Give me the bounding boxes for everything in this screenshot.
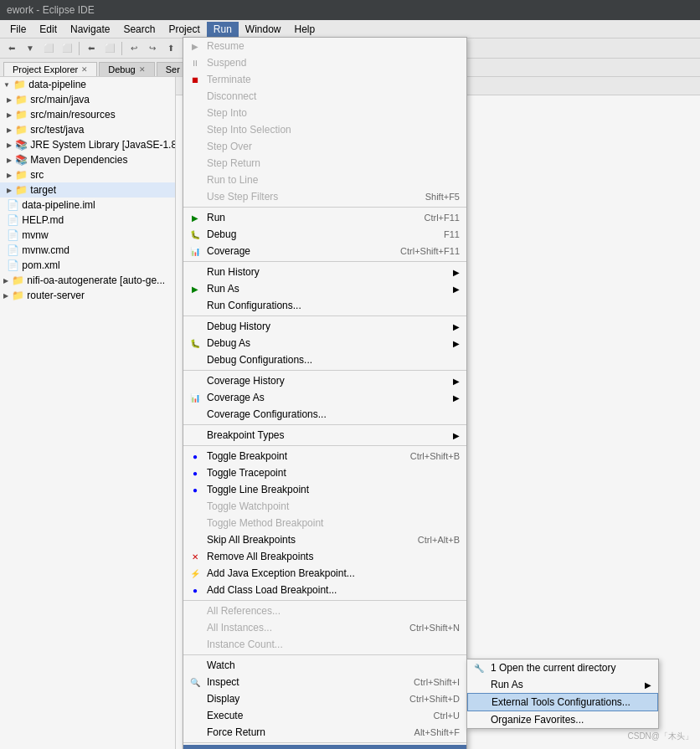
tab-debug-close-icon[interactable]: ✕ <box>139 65 146 74</box>
menu-item-debug-configurations[interactable]: Debug Configurations... <box>183 351 466 368</box>
tree-item-help[interactable]: 📄 HELP.md <box>0 213 175 228</box>
menu-item-run-configurations[interactable]: Run Configurations... <box>183 297 466 314</box>
toolbar-btn-6[interactable]: ⬜ <box>101 40 118 57</box>
tree-item-src-main-resources[interactable]: ▶ 📁 src/main/resources <box>0 107 175 122</box>
menu-item-step-return[interactable]: Step Return <box>183 155 466 172</box>
menu-item-remove-all-bp[interactable]: ✕ Remove All Breakpoints <box>183 548 466 565</box>
tab-close-icon[interactable]: ✕ <box>81 65 88 74</box>
menu-item-add-java-exception-bp[interactable]: ⚡ Add Java Exception Breakpoint... <box>183 565 466 582</box>
menu-item-instance-count[interactable]: Instance Count... <box>183 636 466 653</box>
menu-project[interactable]: Project <box>162 22 206 37</box>
menu-item-execute[interactable]: Execute Ctrl+U <box>183 707 466 724</box>
tree-item-label: 📚 JRE System Library [JavaSE-1.8 <box>15 139 176 151</box>
tree-item-label: 📁 target <box>15 184 56 196</box>
tree-item-mvnw[interactable]: 📄 mvnw <box>0 228 175 243</box>
menu-item-run[interactable]: ▶ Run Ctrl+F11 <box>183 209 466 226</box>
menu-item-coverage-configurations[interactable]: Coverage Configurations... <box>183 406 466 423</box>
external-tools-submenu[interactable]: 🔧 1 Open the current directory Run As ▶ … <box>466 659 659 729</box>
menu-file[interactable]: File <box>3 22 33 37</box>
tree-item-pom[interactable]: 📄 pom.xml <box>0 258 175 273</box>
menu-item-step-into-selection[interactable]: Step Into Selection <box>183 121 466 138</box>
submenu-item-open-current-dir[interactable]: 🔧 1 Open the current directory <box>467 659 658 676</box>
submenu-item-run-as[interactable]: Run As ▶ <box>467 676 658 693</box>
menu-item-run-to-line[interactable]: Run to Line <box>183 172 466 188</box>
menu-sep-8 <box>183 654 466 655</box>
menu-item-disconnect[interactable]: Disconnect <box>183 88 466 105</box>
menu-item-toggle-method-bp[interactable]: Toggle Method Breakpoint <box>183 515 466 531</box>
toolbar-btn-7[interactable]: ↩ <box>126 40 142 57</box>
tree-item-target[interactable]: ▶ 📁 target <box>0 182 175 198</box>
menu-item-all-instances[interactable]: All Instances... Ctrl+Shift+N <box>183 619 466 636</box>
menu-edit[interactable]: Edit <box>33 22 64 37</box>
debug-configs-icon <box>188 353 202 367</box>
tree-expand-icon: ▶ <box>7 111 12 119</box>
menu-navigate[interactable]: Navigate <box>64 22 116 37</box>
menu-item-coverage-as[interactable]: 📊 Coverage As ▶ <box>183 389 466 406</box>
menu-item-run-history[interactable]: Run History ▶ <box>183 264 466 280</box>
tree-expand-icon: ▶ <box>7 141 12 149</box>
tree-item-data-pipeline[interactable]: ▼ 📁 data-pipeline <box>0 77 175 92</box>
menu-item-toggle-line-bp[interactable]: ● Toggle Line Breakpoint <box>183 481 466 498</box>
menu-item-coverage-history[interactable]: Coverage History ▶ <box>183 372 466 389</box>
menu-item-coverage-configs-label: Coverage Configurations... <box>207 408 460 420</box>
tree-item-nifi[interactable]: ▶ 📁 nifi-oa-autogenerate [auto-ge... <box>0 273 175 288</box>
menu-item-display[interactable]: Display Ctrl+Shift+D <box>183 690 466 707</box>
menu-item-add-class-load-bp[interactable]: ● Add Class Load Breakpoint... <box>183 582 466 598</box>
tree-item-src-main-java[interactable]: ▶ 📁 src/main/java <box>0 92 175 107</box>
tree-item-router[interactable]: ▶ 📁 router-server <box>0 288 175 303</box>
submenu-item-external-tools-configs[interactable]: External Tools Configurations... <box>467 693 658 711</box>
menu-item-skip-all-bp[interactable]: Skip All Breakpoints Ctrl+Alt+B <box>183 531 466 548</box>
toolbar-btn-2[interactable]: ▼ <box>22 40 39 57</box>
tab-project-explorer[interactable]: Project Explorer ✕ <box>3 62 97 76</box>
run-menu[interactable]: ▶ Resume ⏸ Suspend ⏹ Terminate Disconnec… <box>183 37 467 749</box>
tree-item-mvnw-cmd[interactable]: 📄 mvnw.cmd <box>0 243 175 258</box>
menu-item-toggle-tracepoint[interactable]: ● Toggle Tracepoint <box>183 464 466 481</box>
menu-run[interactable]: Run <box>207 22 239 37</box>
toolbar-btn-9[interactable]: ⬆ <box>162 40 179 57</box>
toolbar-btn-5[interactable]: ⬅ <box>83 40 100 57</box>
menu-item-toggle-watchpoint[interactable]: Toggle Watchpoint <box>183 498 466 515</box>
menu-item-debug[interactable]: 🐛 Debug F11 <box>183 226 466 243</box>
menu-item-force-return[interactable]: Force Return Alt+Shift+F <box>183 724 466 741</box>
menu-item-run-history-label: Run History <box>207 266 450 278</box>
menu-item-watch[interactable]: Watch <box>183 657 466 674</box>
menu-item-resume[interactable]: ▶ Resume <box>183 38 466 54</box>
menu-item-run-as[interactable]: ▶ Run As ▶ <box>183 280 466 297</box>
submenu-item-organize-favorites[interactable]: Organize Favorites... <box>467 711 658 728</box>
tree-item-jre[interactable]: ▶ 📚 JRE System Library [JavaSE-1.8 <box>0 137 175 152</box>
menu-item-step-filters[interactable]: Use Step Filters Shift+F5 <box>183 188 466 205</box>
menu-item-terminate[interactable]: ⏹ Terminate <box>183 71 466 88</box>
menu-item-external-tools[interactable]: 🔧 External Tools ▶ <box>183 745 466 749</box>
breakpoint-types-icon <box>188 428 202 442</box>
menu-item-breakpoint-types[interactable]: Breakpoint Types ▶ <box>183 427 466 444</box>
menu-search[interactable]: Search <box>116 22 162 37</box>
tree-item-iml[interactable]: 📄 data-pipeline.iml <box>0 198 175 213</box>
submenu-run-as-arrow-icon: ▶ <box>645 680 651 690</box>
menu-item-force-return-shortcut: Alt+Shift+F <box>414 727 460 737</box>
toolbar-btn-8[interactable]: ↪ <box>144 40 161 57</box>
menu-item-step-into[interactable]: Step Into <box>183 105 466 121</box>
tab-ser-label: Ser <box>166 64 180 74</box>
tree-expand-icon: ▼ <box>3 81 10 89</box>
tree-item-src-test-java[interactable]: ▶ 📁 src/test/java <box>0 122 175 137</box>
debug-icon: 🐛 <box>188 228 202 241</box>
menu-item-coverage[interactable]: 📊 Coverage Ctrl+Shift+F11 <box>183 243 466 259</box>
menu-help[interactable]: Help <box>288 22 322 37</box>
menu-item-debug-as[interactable]: 🐛 Debug As ▶ <box>183 335 466 351</box>
toolbar-btn-4[interactable]: ⬜ <box>59 40 75 57</box>
menu-item-inspect[interactable]: 🔍 Inspect Ctrl+Shift+I <box>183 674 466 690</box>
menu-item-step-over[interactable]: Step Over <box>183 138 466 155</box>
menu-item-toggle-breakpoint[interactable]: ● Toggle Breakpoint Ctrl+Shift+B <box>183 448 466 464</box>
debug-history-arrow-icon: ▶ <box>453 322 460 331</box>
tab-debug[interactable]: Debug ✕ <box>99 62 154 76</box>
tree-item-maven[interactable]: ▶ 📚 Maven Dependencies <box>0 152 175 167</box>
menu-window[interactable]: Window <box>239 22 288 37</box>
toolbar-btn-3[interactable]: ⬜ <box>40 40 57 57</box>
toolbar-btn-1[interactable]: ⬅ <box>3 40 20 57</box>
menu-item-debug-history[interactable]: Debug History ▶ <box>183 318 466 335</box>
watch-icon <box>188 659 202 672</box>
tab-debug-label: Debug <box>108 64 135 74</box>
tree-item-src[interactable]: ▶ 📁 src <box>0 167 175 182</box>
menu-item-suspend[interactable]: ⏸ Suspend <box>183 54 466 71</box>
menu-item-all-references[interactable]: All References... <box>183 603 466 619</box>
